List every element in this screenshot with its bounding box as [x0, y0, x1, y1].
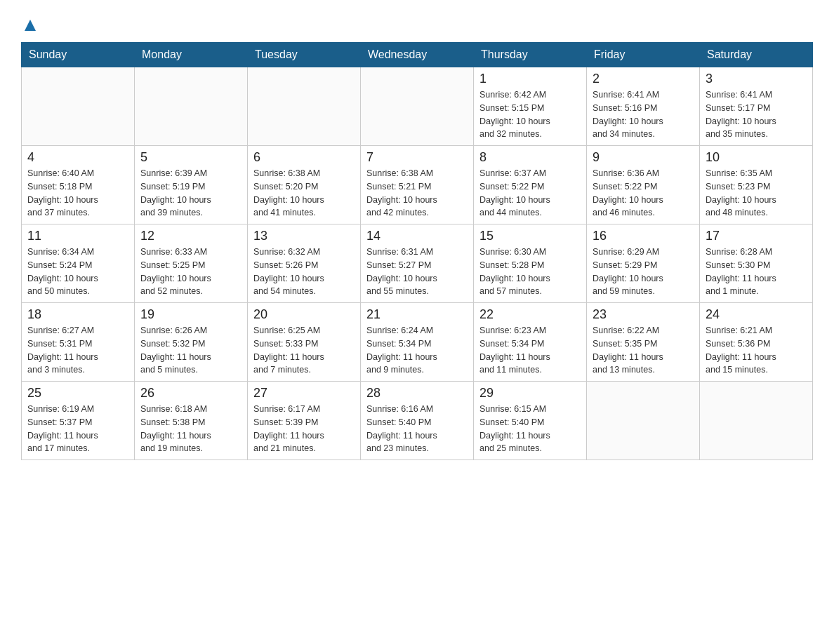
day-info: Sunrise: 6:30 AM Sunset: 5:28 PM Dayligh… [479, 246, 581, 298]
day-number: 21 [366, 307, 468, 322]
day-info: Sunrise: 6:39 AM Sunset: 5:19 PM Dayligh… [140, 167, 241, 220]
calendar-week-row: 18Sunrise: 6:27 AM Sunset: 5:31 PM Dayli… [22, 303, 813, 382]
calendar-cell: 4Sunrise: 6:40 AM Sunset: 5:18 PM Daylig… [22, 146, 135, 224]
day-number: 16 [593, 229, 694, 243]
calendar-cell: 6Sunrise: 6:38 AM Sunset: 5:20 PM Daylig… [248, 146, 361, 224]
day-info: Sunrise: 6:15 AM Sunset: 5:40 PM Dayligh… [479, 403, 581, 455]
calendar-cell: 24Sunrise: 6:21 AM Sunset: 5:36 PM Dayli… [700, 303, 813, 382]
calendar-cell [587, 382, 700, 460]
header-wednesday: Wednesday [361, 43, 474, 67]
header-sunday: Sunday [22, 43, 135, 67]
calendar-cell: 13Sunrise: 6:32 AM Sunset: 5:26 PM Dayli… [248, 224, 361, 303]
day-info: Sunrise: 6:16 AM Sunset: 5:40 PM Dayligh… [366, 403, 468, 455]
day-info: Sunrise: 6:27 AM Sunset: 5:31 PM Dayligh… [27, 324, 128, 377]
day-info: Sunrise: 6:33 AM Sunset: 5:25 PM Dayligh… [140, 246, 241, 298]
calendar-week-row: 4Sunrise: 6:40 AM Sunset: 5:18 PM Daylig… [22, 146, 813, 224]
header-friday: Friday [587, 43, 700, 67]
calendar-cell: 22Sunrise: 6:23 AM Sunset: 5:34 PM Dayli… [474, 303, 587, 382]
calendar-cell: 25Sunrise: 6:19 AM Sunset: 5:37 PM Dayli… [22, 382, 135, 460]
day-number: 10 [706, 150, 807, 165]
day-number: 7 [366, 150, 468, 165]
day-info: Sunrise: 6:35 AM Sunset: 5:23 PM Dayligh… [706, 167, 807, 220]
day-number: 8 [479, 150, 581, 165]
header-monday: Monday [135, 43, 248, 67]
day-info: Sunrise: 6:37 AM Sunset: 5:22 PM Dayligh… [479, 167, 581, 220]
calendar-table: SundayMondayTuesdayWednesdayThursdayFrid… [21, 42, 813, 460]
day-number: 4 [27, 150, 128, 165]
calendar-cell [135, 67, 248, 146]
calendar-cell: 20Sunrise: 6:25 AM Sunset: 5:33 PM Dayli… [248, 303, 361, 382]
day-info: Sunrise: 6:21 AM Sunset: 5:36 PM Dayligh… [706, 324, 807, 377]
calendar-cell: 21Sunrise: 6:24 AM Sunset: 5:34 PM Dayli… [361, 303, 474, 382]
calendar-cell: 28Sunrise: 6:16 AM Sunset: 5:40 PM Dayli… [361, 382, 474, 460]
day-info: Sunrise: 6:26 AM Sunset: 5:32 PM Dayligh… [140, 324, 241, 377]
calendar-cell: 7Sunrise: 6:38 AM Sunset: 5:21 PM Daylig… [361, 146, 474, 224]
day-number: 22 [479, 307, 581, 322]
day-number: 9 [593, 150, 694, 165]
day-number: 14 [366, 229, 468, 243]
day-number: 24 [706, 307, 807, 322]
day-info: Sunrise: 6:38 AM Sunset: 5:21 PM Dayligh… [366, 167, 468, 220]
day-number: 25 [27, 386, 128, 401]
day-info: Sunrise: 6:42 AM Sunset: 5:15 PM Dayligh… [479, 88, 581, 141]
calendar-cell: 29Sunrise: 6:15 AM Sunset: 5:40 PM Dayli… [474, 382, 587, 460]
day-info: Sunrise: 6:34 AM Sunset: 5:24 PM Dayligh… [27, 246, 128, 298]
header-tuesday: Tuesday [248, 43, 361, 67]
calendar-cell: 11Sunrise: 6:34 AM Sunset: 5:24 PM Dayli… [22, 224, 135, 303]
day-number: 18 [27, 307, 128, 322]
calendar-cell: 23Sunrise: 6:22 AM Sunset: 5:35 PM Dayli… [587, 303, 700, 382]
day-info: Sunrise: 6:41 AM Sunset: 5:16 PM Dayligh… [593, 88, 694, 141]
day-info: Sunrise: 6:25 AM Sunset: 5:33 PM Dayligh… [253, 324, 355, 377]
header-saturday: Saturday [700, 43, 813, 67]
calendar-cell: 2Sunrise: 6:41 AM Sunset: 5:16 PM Daylig… [587, 67, 700, 146]
day-info: Sunrise: 6:17 AM Sunset: 5:39 PM Dayligh… [253, 403, 355, 455]
calendar-cell: 18Sunrise: 6:27 AM Sunset: 5:31 PM Dayli… [22, 303, 135, 382]
day-number: 28 [366, 386, 468, 401]
calendar-cell [22, 67, 135, 146]
day-number: 5 [140, 150, 241, 165]
day-number: 20 [253, 307, 355, 322]
calendar-cell: 15Sunrise: 6:30 AM Sunset: 5:28 PM Dayli… [474, 224, 587, 303]
day-info: Sunrise: 6:29 AM Sunset: 5:29 PM Dayligh… [593, 246, 694, 298]
day-number: 26 [140, 386, 241, 401]
day-number: 1 [479, 72, 581, 86]
calendar-cell: 14Sunrise: 6:31 AM Sunset: 5:27 PM Dayli… [361, 224, 474, 303]
day-number: 29 [479, 386, 581, 401]
day-info: Sunrise: 6:31 AM Sunset: 5:27 PM Dayligh… [366, 246, 468, 298]
page-header [21, 14, 813, 35]
day-info: Sunrise: 6:18 AM Sunset: 5:38 PM Dayligh… [140, 403, 241, 455]
calendar-week-row: 1Sunrise: 6:42 AM Sunset: 5:15 PM Daylig… [22, 67, 813, 146]
logo-triangle-icon [23, 18, 37, 32]
day-number: 17 [706, 229, 807, 243]
day-info: Sunrise: 6:41 AM Sunset: 5:17 PM Dayligh… [706, 88, 807, 141]
day-info: Sunrise: 6:40 AM Sunset: 5:18 PM Dayligh… [27, 167, 128, 220]
calendar-cell: 9Sunrise: 6:36 AM Sunset: 5:22 PM Daylig… [587, 146, 700, 224]
day-info: Sunrise: 6:36 AM Sunset: 5:22 PM Dayligh… [593, 167, 694, 220]
day-info: Sunrise: 6:23 AM Sunset: 5:34 PM Dayligh… [479, 324, 581, 377]
day-info: Sunrise: 6:19 AM Sunset: 5:37 PM Dayligh… [27, 403, 128, 455]
day-number: 6 [253, 150, 355, 165]
day-number: 2 [593, 72, 694, 86]
calendar-cell: 10Sunrise: 6:35 AM Sunset: 5:23 PM Dayli… [700, 146, 813, 224]
day-number: 12 [140, 229, 241, 243]
day-number: 23 [593, 307, 694, 322]
day-info: Sunrise: 6:38 AM Sunset: 5:20 PM Dayligh… [253, 167, 355, 220]
day-info: Sunrise: 6:32 AM Sunset: 5:26 PM Dayligh… [253, 246, 355, 298]
svg-marker-0 [25, 20, 36, 31]
calendar-cell: 8Sunrise: 6:37 AM Sunset: 5:22 PM Daylig… [474, 146, 587, 224]
calendar-cell: 12Sunrise: 6:33 AM Sunset: 5:25 PM Dayli… [135, 224, 248, 303]
calendar-cell: 5Sunrise: 6:39 AM Sunset: 5:19 PM Daylig… [135, 146, 248, 224]
calendar-cell [361, 67, 474, 146]
calendar-week-row: 11Sunrise: 6:34 AM Sunset: 5:24 PM Dayli… [22, 224, 813, 303]
logo [21, 14, 37, 35]
day-number: 3 [706, 72, 807, 86]
day-number: 27 [253, 386, 355, 401]
calendar-cell: 1Sunrise: 6:42 AM Sunset: 5:15 PM Daylig… [474, 67, 587, 146]
day-number: 13 [253, 229, 355, 243]
calendar-cell [700, 382, 813, 460]
calendar-cell: 26Sunrise: 6:18 AM Sunset: 5:38 PM Dayli… [135, 382, 248, 460]
calendar-header-row: SundayMondayTuesdayWednesdayThursdayFrid… [22, 43, 813, 67]
calendar-cell: 3Sunrise: 6:41 AM Sunset: 5:17 PM Daylig… [700, 67, 813, 146]
day-info: Sunrise: 6:28 AM Sunset: 5:30 PM Dayligh… [706, 246, 807, 298]
calendar-week-row: 25Sunrise: 6:19 AM Sunset: 5:37 PM Dayli… [22, 382, 813, 460]
